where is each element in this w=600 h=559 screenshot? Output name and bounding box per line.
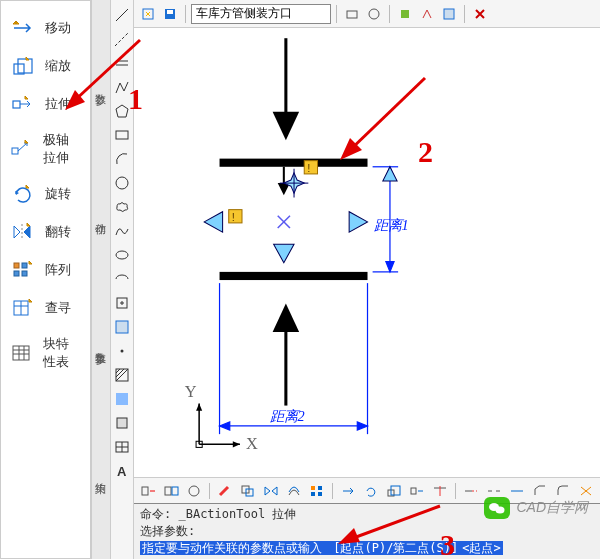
svg-rect-74: [165, 487, 171, 495]
tool-line[interactable]: [111, 4, 133, 26]
mod-stretch[interactable]: [407, 482, 427, 500]
separator: [185, 5, 186, 23]
top-btn-2[interactable]: [364, 4, 384, 24]
action-array[interactable]: 阵列: [5, 251, 86, 289]
separator: [209, 483, 210, 499]
mod-move[interactable]: [338, 482, 358, 500]
cmd-line-3: 指定要与动作关联的参数点或输入 [起点(P)/第二点(S)]<起点>: [140, 540, 594, 557]
top-btn-3[interactable]: [395, 4, 415, 24]
svg-point-27: [121, 350, 124, 353]
action-flip[interactable]: 翻转: [5, 213, 86, 251]
tool-region[interactable]: [111, 412, 133, 434]
param-grip-down[interactable]: [274, 244, 294, 262]
tab-constraints[interactable]: 约束: [92, 466, 110, 482]
action-label: 阵列: [45, 261, 71, 279]
svg-marker-55: [273, 304, 300, 333]
svg-point-24: [116, 251, 128, 259]
action-label: 极轴拉伸: [43, 131, 80, 167]
tool-pline[interactable]: [111, 76, 133, 98]
action-scale[interactable]: 缩放: [5, 47, 86, 85]
action-label: 移动: [45, 19, 71, 37]
tool-xline[interactable]: [111, 28, 133, 50]
top-btn-save[interactable]: [160, 4, 180, 24]
mod-mirror[interactable]: [261, 482, 281, 500]
top-btn-1[interactable]: [342, 4, 362, 24]
tool-insert[interactable]: [111, 292, 133, 314]
tool-spline[interactable]: [111, 220, 133, 242]
stretch-icon: [11, 93, 35, 115]
tool-rect[interactable]: [111, 124, 133, 146]
mod-erase[interactable]: [215, 482, 235, 500]
warning-badge: [229, 210, 242, 223]
block-name-field[interactable]: [191, 4, 331, 24]
action-panel: 移动 缩放 拉伸 极轴拉伸 旋转: [0, 0, 91, 559]
mod-tool-1[interactable]: [138, 482, 158, 500]
tool-ellipse-arc[interactable]: [111, 268, 133, 290]
tool-revcloud[interactable]: [111, 196, 133, 218]
mod-tool-2[interactable]: [161, 482, 181, 500]
mod-extend[interactable]: [461, 482, 481, 500]
svg-rect-80: [318, 486, 322, 490]
axis-y-label: Y: [185, 382, 197, 401]
svg-marker-51: [273, 112, 300, 141]
draw-toolbar: A: [111, 0, 134, 559]
mod-trim[interactable]: [430, 482, 450, 500]
svg-marker-46: [233, 441, 240, 447]
tool-arc[interactable]: [111, 148, 133, 170]
svg-rect-1: [18, 59, 32, 73]
svg-text:!: !: [307, 162, 310, 174]
tool-ellipse[interactable]: [111, 244, 133, 266]
svg-point-23: [116, 177, 128, 189]
action-move[interactable]: 移动: [5, 9, 86, 47]
tool-mline[interactable]: [111, 52, 133, 74]
tab-actions[interactable]: 动作: [92, 207, 110, 223]
mod-copy[interactable]: [238, 482, 258, 500]
svg-rect-40: [167, 10, 173, 14]
tab-params[interactable]: 参数: [92, 77, 110, 93]
separator: [389, 5, 390, 23]
mod-offset[interactable]: [284, 482, 304, 500]
action-lookup[interactable]: 查寻: [5, 289, 86, 327]
param-grip[interactable]: [383, 167, 397, 181]
svg-marker-60: [386, 262, 394, 272]
separator: [464, 5, 465, 23]
top-btn-close[interactable]: [470, 4, 490, 24]
mod-rotate[interactable]: [361, 482, 381, 500]
separator: [336, 5, 337, 23]
svg-rect-8: [22, 271, 27, 276]
tool-point[interactable]: [111, 340, 133, 362]
tool-block[interactable]: [111, 316, 133, 338]
top-btn-5[interactable]: [439, 4, 459, 24]
tool-table[interactable]: [111, 436, 133, 458]
tool-circle[interactable]: [111, 172, 133, 194]
action-block-prop-table[interactable]: 块特性表: [5, 327, 86, 379]
action-label: 块特性表: [43, 335, 80, 371]
tool-hatch[interactable]: [111, 364, 133, 386]
top-btn-learn[interactable]: [138, 4, 158, 24]
separator: [332, 483, 333, 499]
polar-stretch-icon: [11, 138, 33, 160]
svg-text:!: !: [232, 211, 235, 223]
top-btn-4[interactable]: [417, 4, 437, 24]
param-grip-right[interactable]: [349, 212, 367, 232]
svg-marker-64: [220, 422, 230, 430]
drawing-canvas[interactable]: X Y: [134, 28, 600, 477]
mod-tool-3[interactable]: [184, 482, 204, 500]
svg-rect-85: [411, 488, 416, 494]
action-stretch[interactable]: 拉伸: [5, 85, 86, 123]
svg-rect-82: [318, 492, 322, 496]
param-grip-left[interactable]: [204, 212, 222, 232]
svg-rect-7: [14, 271, 19, 276]
svg-marker-65: [357, 422, 367, 430]
tool-gradient[interactable]: [111, 388, 133, 410]
tool-polygon[interactable]: [111, 100, 133, 122]
tab-param-sets[interactable]: 参数集: [92, 336, 110, 352]
svg-line-17: [116, 9, 128, 21]
tool-text[interactable]: A: [111, 460, 133, 482]
mod-scale[interactable]: [384, 482, 404, 500]
mod-array[interactable]: [307, 482, 327, 500]
svg-rect-33: [117, 418, 127, 428]
action-polar-stretch[interactable]: 极轴拉伸: [5, 123, 86, 175]
svg-rect-43: [401, 10, 409, 18]
action-rotate[interactable]: 旋转: [5, 175, 86, 213]
